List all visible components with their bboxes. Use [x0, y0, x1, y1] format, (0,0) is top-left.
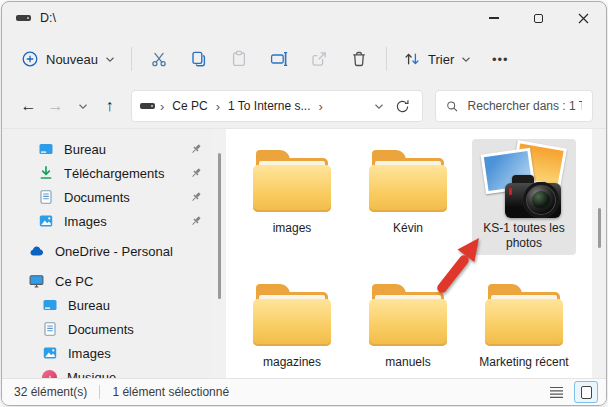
- chevron-down-icon: [374, 103, 384, 110]
- sidebar-item-bureau[interactable]: Bureau: [2, 137, 212, 161]
- refresh-button[interactable]: [390, 91, 414, 121]
- sidebar-item-onedrive[interactable]: OneDrive - Personal: [2, 239, 212, 263]
- pin-icon: [190, 167, 202, 179]
- large-icons-view-button[interactable]: [574, 381, 598, 403]
- documents-icon: [38, 189, 54, 205]
- explorer-body: Bureau Téléchargements Documents Images: [2, 128, 606, 378]
- status-divider: [99, 385, 100, 399]
- search-icon: [446, 99, 459, 114]
- back-icon: ←: [21, 97, 37, 115]
- toolbar-separator: [131, 47, 132, 71]
- chevron-down-icon: [461, 56, 471, 63]
- explorer-window: D:\ Nouveau: [1, 1, 607, 406]
- selection-status: 1 élément sélectionné: [112, 385, 229, 399]
- minimize-icon: [489, 17, 499, 18]
- toolbar-separator: [386, 47, 387, 71]
- file-grid: images Kévin: [226, 129, 592, 374]
- scrollbar-thumb[interactable]: [598, 208, 601, 248]
- refresh-icon: [395, 99, 410, 114]
- recent-locations-button[interactable]: [69, 91, 96, 121]
- address-dropdown-button[interactable]: [368, 91, 390, 121]
- folder-icon: [485, 277, 563, 353]
- sort-button[interactable]: Trier: [394, 41, 480, 77]
- copy-button[interactable]: [179, 41, 219, 77]
- downloads-icon: [38, 165, 54, 181]
- paste-button[interactable]: [219, 41, 259, 77]
- new-button[interactable]: Nouveau: [12, 41, 124, 77]
- view-toggle: [544, 381, 598, 403]
- cut-icon: [150, 50, 168, 68]
- window-title: D:\: [40, 11, 56, 25]
- copy-icon: [190, 50, 208, 68]
- breadcrumb-item-ce-pc[interactable]: Ce PC: [169, 97, 210, 115]
- content-scrollbar[interactable]: [592, 129, 606, 378]
- sidebar-item-ce-pc-images[interactable]: Images: [2, 341, 212, 365]
- sidebar-item-images[interactable]: Images: [2, 209, 212, 233]
- file-item-label: Marketing récent: [479, 355, 568, 370]
- close-button[interactable]: [561, 2, 606, 34]
- title-bar: D:\: [2, 2, 606, 34]
- rename-button[interactable]: [259, 41, 299, 77]
- folder-icon: [253, 277, 331, 353]
- pin-icon: [190, 143, 202, 155]
- sidebar-item-documents[interactable]: Documents: [2, 185, 212, 209]
- file-item-label: manuels: [385, 355, 430, 370]
- pin-icon: [190, 191, 202, 203]
- up-icon: ↑: [106, 97, 114, 115]
- file-item-marketing[interactable]: Marketing récent: [472, 273, 576, 374]
- chevron-down-icon: [78, 103, 88, 110]
- delete-button[interactable]: [339, 41, 379, 77]
- maximize-icon: [534, 14, 543, 23]
- search-input[interactable]: [468, 99, 582, 113]
- back-button[interactable]: ←: [15, 91, 42, 121]
- music-icon: ♪: [42, 370, 57, 379]
- sidebar-item-label: Documents: [68, 322, 134, 337]
- more-button[interactable]: •••: [480, 41, 520, 77]
- breadcrumb-item-drive[interactable]: 1 To Interne s...: [225, 97, 314, 115]
- pictures-icon: [38, 213, 54, 229]
- breadcrumb-separator: ›: [211, 99, 225, 114]
- up-button[interactable]: ↑: [96, 91, 123, 121]
- minimize-button[interactable]: [471, 2, 516, 34]
- chevron-down-icon: [105, 56, 115, 63]
- sort-icon: [403, 50, 421, 68]
- pin-icon: [190, 215, 202, 227]
- drive-icon: [140, 103, 155, 109]
- sidebar-scrollbar[interactable]: [212, 129, 226, 378]
- sidebar-item-ce-pc-documents[interactable]: Documents: [2, 317, 212, 341]
- address-bar: ← → ↑ › Ce PC › 1 To Interne s... ›: [2, 84, 606, 128]
- plus-circle-icon: [21, 50, 39, 68]
- close-icon: [578, 13, 589, 24]
- this-pc-icon: [28, 273, 45, 289]
- details-view-button[interactable]: [544, 381, 568, 403]
- photo-app-icon: [482, 143, 566, 219]
- pictures-icon: [42, 345, 58, 361]
- documents-icon: [42, 321, 58, 337]
- sidebar-item-label: Bureau: [64, 142, 106, 157]
- folder-icon: [253, 143, 331, 219]
- sidebar-item-ce-pc[interactable]: Ce PC: [2, 269, 212, 293]
- sidebar-item-label: Images: [68, 346, 111, 361]
- file-item-ks1-selected[interactable]: KS-1 toutes les photos: [472, 139, 576, 255]
- share-button[interactable]: [299, 41, 339, 77]
- sidebar-item-ce-pc-musique[interactable]: ♪ Musique: [2, 365, 212, 378]
- sidebar-item-telechargements[interactable]: Téléchargements: [2, 161, 212, 185]
- file-item-label: images: [273, 221, 312, 236]
- sidebar-item-ce-pc-bureau[interactable]: Bureau: [2, 293, 212, 317]
- file-item-magazines[interactable]: magazines: [240, 273, 344, 374]
- cut-button[interactable]: [139, 41, 179, 77]
- maximize-button[interactable]: [516, 2, 561, 34]
- large-icons-view-icon: [581, 386, 592, 399]
- rename-icon: [270, 50, 288, 68]
- file-item-images[interactable]: images: [240, 139, 344, 255]
- forward-button[interactable]: →: [42, 91, 69, 121]
- scrollbar-thumb[interactable]: [218, 153, 221, 299]
- breadcrumb[interactable]: › Ce PC › 1 To Interne s... ›: [131, 90, 423, 122]
- sidebar-item-label: Bureau: [68, 298, 110, 313]
- file-item-label: KS-1 toutes les photos: [474, 221, 574, 251]
- trash-icon: [350, 50, 368, 68]
- more-icon: •••: [492, 52, 509, 67]
- camera-icon: [505, 174, 561, 218]
- search-box[interactable]: [435, 90, 593, 122]
- desktop-icon: [38, 141, 54, 157]
